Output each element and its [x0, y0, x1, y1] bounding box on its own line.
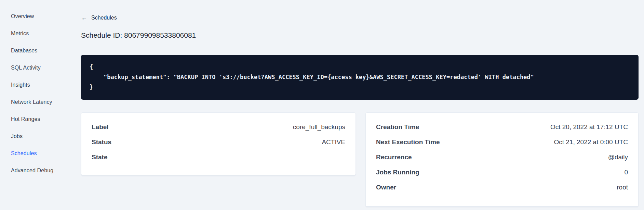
row-value: 0: [624, 168, 628, 176]
sidebar-item-databases[interactable]: Databases: [0, 42, 81, 59]
detail-row-creation-time: Creation Time Oct 20, 2022 at 17:12 UTC: [376, 123, 628, 131]
detail-row-status: Status ACTIVE: [92, 138, 345, 146]
sidebar-item-network-latency[interactable]: Network Latency: [0, 94, 81, 111]
code-line: }: [90, 82, 630, 92]
back-to-schedules-link[interactable]: ← Schedules: [81, 15, 117, 21]
sidebar-item-overview[interactable]: Overview: [0, 8, 81, 25]
sidebar-nav: Overview Metrics Databases SQL Activity …: [0, 0, 81, 179]
row-value: @daily: [608, 153, 628, 161]
row-label: Owner: [376, 183, 396, 192]
detail-row-recurrence: Recurrence @daily: [376, 153, 628, 161]
detail-row-owner: Owner root: [376, 183, 628, 192]
row-label: Label: [92, 123, 109, 131]
sidebar-item-schedules[interactable]: Schedules: [0, 145, 81, 162]
back-arrow-icon: ←: [81, 15, 87, 21]
sidebar: Overview Metrics Databases SQL Activity …: [0, 0, 81, 210]
sidebar-item-insights[interactable]: Insights: [0, 76, 81, 94]
summary-cards: Label core_full_backups Status ACTIVE St…: [81, 112, 639, 207]
row-label: Recurrence: [376, 153, 412, 161]
row-value: ACTIVE: [322, 138, 345, 146]
row-label: Status: [92, 138, 111, 146]
row-label: Creation Time: [376, 123, 419, 131]
code-line: "backup_statement": "BACKUP INTO 's3://b…: [90, 72, 630, 83]
detail-row-state: State: [92, 153, 345, 161]
sidebar-item-hot-ranges[interactable]: Hot Ranges: [0, 111, 81, 128]
detail-row-jobs-running: Jobs Running 0: [376, 168, 628, 176]
schedule-definition-code-block: { "backup_statement": "BACKUP INTO 's3:/…: [81, 55, 639, 100]
detail-row-next-execution-time: Next Execution Time Oct 21, 2022 at 0:00…: [376, 138, 628, 146]
row-label: State: [92, 153, 107, 161]
sidebar-item-jobs[interactable]: Jobs: [0, 128, 81, 145]
back-link-label: Schedules: [91, 15, 117, 21]
row-label: Jobs Running: [376, 168, 419, 176]
schedule-details-card: Label core_full_backups Status ACTIVE St…: [81, 112, 356, 175]
row-label: Next Execution Time: [376, 138, 440, 146]
schedule-detail-page: ← Schedules Schedule ID: 806799098533806…: [81, 0, 639, 207]
sidebar-item-metrics[interactable]: Metrics: [0, 25, 81, 42]
row-value: core_full_backups: [293, 123, 345, 131]
page-title: Schedule ID: 806799098533806081: [81, 31, 639, 39]
schedule-timing-card: Creation Time Oct 20, 2022 at 17:12 UTC …: [365, 112, 639, 207]
sidebar-item-sql-activity[interactable]: SQL Activity: [0, 59, 81, 76]
detail-row-label: Label core_full_backups: [92, 123, 345, 131]
row-value: Oct 21, 2022 at 0:00 UTC: [554, 138, 628, 146]
row-value: root: [617, 183, 628, 192]
code-line: {: [90, 62, 630, 72]
sidebar-item-advanced-debug[interactable]: Advanced Debug: [0, 162, 81, 179]
row-value: Oct 20, 2022 at 17:12 UTC: [550, 123, 628, 131]
